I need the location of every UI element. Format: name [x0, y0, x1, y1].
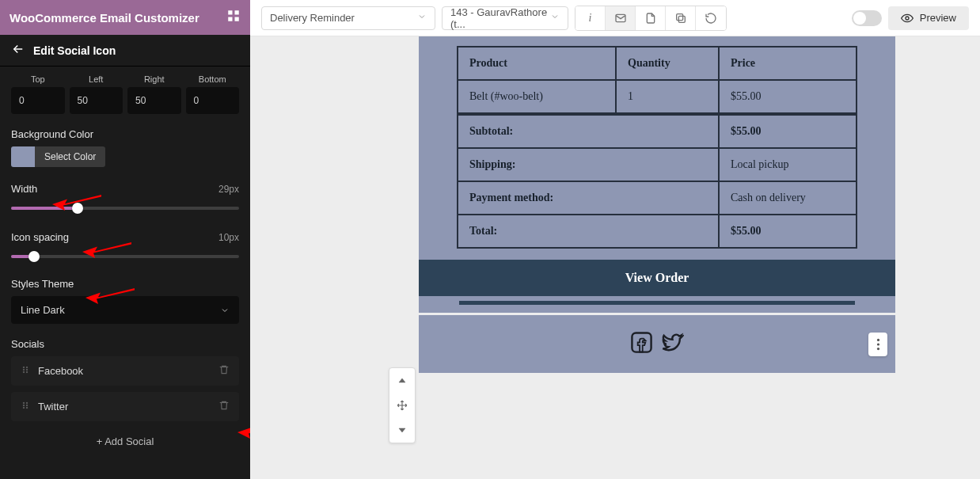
email-social-footer: [419, 313, 895, 373]
bgcolor-label: Background Color: [11, 128, 239, 140]
svg-point-14: [23, 407, 25, 409]
drag-handle-icon[interactable]: [21, 364, 30, 378]
svg-rect-0: [228, 10, 232, 14]
device-view-group: i: [575, 6, 727, 31]
add-social-button[interactable]: + Add Social: [11, 428, 239, 455]
copy-button[interactable]: [666, 6, 696, 30]
sidebar-header: WooCommerce Email Customizer: [0, 0, 250, 35]
svg-point-13: [26, 405, 28, 406]
svg-rect-1: [235, 10, 239, 14]
block-move-controls: [389, 367, 416, 443]
cell-total-value: $55.00: [719, 215, 857, 248]
trash-icon[interactable]: [218, 364, 230, 378]
side-input-top[interactable]: [11, 87, 65, 114]
spacing-label: Icon spacing: [11, 231, 69, 243]
styles-theme-select[interactable]: Line Dark: [11, 296, 239, 324]
spacing-value: 10px: [218, 232, 239, 243]
spacing-slider[interactable]: [11, 249, 239, 264]
svg-point-5: [26, 367, 28, 368]
table-row: Belt (#woo-belt) 1 $55.00: [458, 80, 857, 114]
width-label: Width: [11, 183, 37, 195]
order-select-value: 143 - GauravRathore (t...: [450, 6, 550, 30]
edit-bar-title: Edit Social Icon: [33, 44, 116, 57]
padding-sides-row: Top Left Right Bottom: [11, 74, 239, 114]
order-select[interactable]: 143 - GauravRathore (t...: [442, 6, 568, 30]
svg-point-23: [876, 348, 879, 350]
side-input-bottom[interactable]: [186, 87, 240, 114]
page-view-button[interactable]: [636, 6, 666, 30]
move-up-button[interactable]: [392, 371, 412, 392]
side-label-left: Left: [70, 74, 123, 84]
socials-label: Socials: [11, 338, 239, 350]
cell-payment-value: Cash on delivery: [719, 181, 857, 215]
cell-product: Belt (#woo-belt): [458, 80, 616, 114]
template-select-value: Delivery Reminder: [270, 12, 355, 24]
chevron-down-icon: [550, 12, 560, 24]
trash-icon[interactable]: [218, 400, 230, 413]
svg-rect-3: [235, 17, 239, 21]
side-label-top: Top: [11, 74, 65, 84]
select-color-button[interactable]: Select Color: [35, 146, 105, 167]
dark-mode-toggle[interactable]: [852, 10, 882, 26]
side-input-left[interactable]: [70, 87, 123, 114]
cell-payment-label: Payment method:: [458, 181, 719, 215]
email-view-button[interactable]: [606, 6, 636, 30]
svg-point-11: [26, 402, 28, 404]
facebook-icon[interactable]: [630, 331, 653, 354]
chevron-down-icon: [220, 306, 230, 315]
dashboard-grid-icon[interactable]: [226, 9, 241, 26]
width-slider[interactable]: [11, 201, 239, 215]
th-price: Price: [719, 47, 857, 80]
cell-shipping-label: Shipping:: [458, 148, 719, 181]
sidebar: WooCommerce Email Customizer Edit Social…: [0, 0, 250, 479]
svg-point-21: [876, 338, 879, 340]
back-arrow-icon[interactable]: [11, 42, 25, 59]
drag-handle-icon[interactable]: [21, 400, 30, 413]
svg-point-10: [23, 402, 25, 404]
svg-rect-20: [632, 333, 651, 352]
edit-bar: Edit Social Icon: [0, 35, 250, 67]
styles-theme-value: Line Dark: [21, 304, 65, 316]
social-item-label: Facebook: [38, 365, 83, 377]
chevron-down-icon: [417, 12, 427, 24]
table-row: Shipping: Local pickup: [458, 148, 857, 181]
svg-point-22: [876, 343, 879, 345]
topbar: Delivery Reminder 143 - GauravRathore (t…: [250, 0, 980, 36]
side-input-right[interactable]: [127, 87, 181, 114]
svg-rect-18: [676, 13, 682, 20]
svg-point-6: [23, 369, 25, 371]
preview-button-label: Preview: [920, 12, 956, 24]
table-row: Total: $55.00: [458, 215, 857, 248]
app-title: WooCommerce Email Customizer: [9, 11, 199, 25]
width-slider-thumb[interactable]: [72, 203, 83, 214]
table-row: Payment method: Cash on delivery: [458, 181, 857, 215]
email-preview: Product Quantity Price Belt (#woo-belt) …: [419, 36, 895, 373]
block-options-button[interactable]: [868, 333, 887, 356]
side-label-right: Right: [127, 74, 181, 84]
cell-price: $55.00: [719, 80, 857, 114]
info-button[interactable]: i: [575, 6, 606, 30]
social-item-twitter[interactable]: Twitter: [11, 392, 239, 421]
order-table: Product Quantity Price Belt (#woo-belt) …: [457, 46, 857, 249]
svg-point-7: [26, 369, 28, 371]
styles-theme-label: Styles Theme: [11, 278, 239, 290]
side-label-bottom: Bottom: [186, 74, 240, 84]
twitter-icon[interactable]: [661, 331, 684, 354]
reset-button[interactable]: [696, 6, 726, 30]
template-select[interactable]: Delivery Reminder: [261, 6, 435, 30]
cell-total-label: Total:: [458, 215, 719, 248]
svg-point-9: [26, 371, 28, 373]
move-down-button[interactable]: [392, 419, 412, 439]
social-item-label: Twitter: [38, 401, 68, 412]
social-item-facebook[interactable]: Facebook: [11, 356, 239, 386]
bgcolor-swatch[interactable]: [11, 146, 35, 167]
move-drag-button[interactable]: [392, 395, 412, 416]
width-value: 29px: [218, 184, 239, 195]
spacing-slider-thumb[interactable]: [28, 251, 40, 262]
preview-button[interactable]: Preview: [888, 6, 969, 30]
canvas: Product Quantity Price Belt (#woo-belt) …: [250, 36, 980, 479]
svg-point-19: [906, 17, 909, 20]
cell-subtotal-value: $55.00: [719, 114, 857, 148]
view-order-button[interactable]: View Order: [419, 260, 895, 296]
panel-body: Top Left Right Bottom Background Color S…: [0, 67, 250, 479]
